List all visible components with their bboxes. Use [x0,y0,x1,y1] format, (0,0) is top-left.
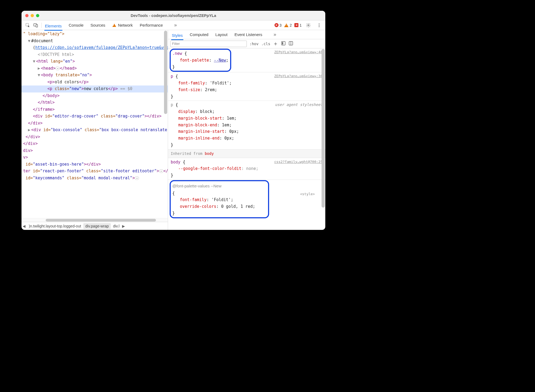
sidetab-layout[interactable]: Layout [215,31,228,38]
css-property[interactable]: override-colors [180,204,216,209]
css-property[interactable]: margin-inline-end [178,136,220,141]
close-icon[interactable] [25,14,28,17]
computed-panel-icon[interactable] [288,41,293,47]
breadcrumb-item[interactable]: div.l [111,223,122,229]
cls-toggle[interactable]: .cls [261,42,270,46]
tab-performance[interactable]: Performance [139,21,163,29]
new-rule-icon[interactable]: ＋ [273,40,278,47]
tab-elements[interactable]: Elements [44,22,62,31]
sidetab-styles[interactable]: Styles [171,31,183,40]
css-property[interactable]: display [178,109,195,114]
flexbox-editor-icon[interactable] [281,41,286,47]
dom-breadcrumbs[interactable]: ◀ )n.twilight.layout-top.logged-out div.… [22,222,168,230]
css-property[interactable]: margin-block-end [178,123,217,127]
at-rule-title[interactable]: @font-palette-values --New [172,182,266,190]
css-property[interactable]: font-palette [180,58,209,63]
tab-console[interactable]: Console [68,21,84,29]
dom-doctype[interactable]: <!DOCTYPE html> [38,52,74,57]
css-property[interactable]: font-family [180,197,206,202]
dom-tag[interactable]: <div [33,114,45,119]
css-value[interactable]: : 'Foldit'; [206,197,233,202]
device-toggle-icon[interactable] [33,22,39,28]
style-rule[interactable]: user agent stylesheet p { display: block… [168,101,325,149]
css-value[interactable]: : 1em; [217,123,232,127]
more-sidetabs-icon[interactable]: » [274,32,276,37]
styles-rules[interactable]: ZEPpYLa?ano…ue&view=:40 .new { font-pale… [168,48,325,230]
issues-counter[interactable]: ✕1 [294,23,302,27]
tab-sources[interactable]: Sources [90,21,106,29]
css-value[interactable]: : 1em; [222,116,237,121]
scrollbar-vertical[interactable] [164,31,167,114]
style-rule[interactable]: ZEPpYLa?ano…ue&view=:40 .new { font-pale… [168,48,325,72]
css-property[interactable]: --google-font-color-foldit [178,166,241,171]
kebab-menu-icon[interactable] [316,22,322,28]
dom-tag[interactable]: id= [23,162,33,167]
dom-tag[interactable]: ter [23,169,33,173]
sidetab-computed[interactable]: Computed [189,31,209,38]
css-value[interactable]: : block; [195,109,215,114]
inspect-element-icon[interactable] [25,22,31,28]
css-property[interactable]: margin-inline-start [178,129,224,134]
dom-tag[interactable]: <head> [41,66,55,71]
dom-tag[interactable]: </html> [38,100,55,105]
breadcrumb-item[interactable]: )n.twilight.layout-top.logged-out [27,223,83,229]
dom-tag[interactable]: </div> [28,121,42,126]
sidetab-event-listeners[interactable]: Event Listeners [234,31,263,38]
css-value[interactable]: : 2rem; [200,87,217,92]
css-value[interactable]: : 0 gold, 1 red; [216,204,255,209]
dom-tag[interactable]: </body> [42,93,59,98]
selector[interactable]: body [171,160,180,165]
css-property[interactable]: font-size [178,87,200,92]
breadcrumb-scroll-left[interactable]: ◀ [23,224,26,228]
more-tabs-icon[interactable]: » [174,22,177,28]
selector[interactable]: p [171,74,173,79]
css-value[interactable]: : none; [241,166,258,171]
css-value-link[interactable]: --New [214,58,226,63]
settings-icon[interactable] [305,22,311,28]
iframe-src-link[interactable]: https://cdpn.io/sofiayem/fullpage/ZEPpYL… [35,45,168,50]
zoom-icon[interactable] [36,14,39,17]
selected-dom-node[interactable]: <p class="new">new colors</p> == $0 [22,85,168,92]
selector[interactable]: p [171,102,173,107]
css-property[interactable]: margin-block-start [178,116,222,121]
style-rule[interactable]: ZEPpYLa?ano…ue&view=:30 p { font-family:… [168,72,325,101]
dom-tag[interactable]: <div [31,127,43,132]
ellipsis-icon[interactable]: ⋯ [55,67,60,70]
hov-toggle[interactable]: :hov [249,42,259,46]
styles-filter-input[interactable]: Filter [170,41,247,47]
selector[interactable]: .new [172,51,182,56]
dom-tag[interactable]: </div> [26,134,40,139]
dom-node[interactable]: " loading="lazy"> [23,31,65,36]
window-titlebar: DevTools - codepen.io/sofiayem/pen/ZEPpY… [22,11,325,20]
dom-tag[interactable]: </div> [23,141,38,146]
dom-tag[interactable]: id= [23,176,33,180]
dom-tag[interactable]: div> [23,148,33,153]
scrollbar-vertical[interactable] [322,49,325,208]
ellipsis-icon[interactable]: ⋯ [135,176,139,180]
ellipsis-icon[interactable]: ⋯ [159,169,163,173]
error-counter[interactable]: ✕3 [274,23,282,27]
breadcrumb-scroll-right[interactable]: ▶ [122,224,125,228]
warning-counter[interactable]: !2 [284,23,292,27]
rule-source-link[interactable]: css2?family…wght@700:25 [274,159,323,165]
rule-source-link[interactable]: <style> [300,191,315,197]
style-rule[interactable]: css2?family…wght@700:25 body { --google-… [168,158,325,180]
minimize-icon[interactable] [31,14,34,17]
rule-source-link[interactable]: ZEPpYLa?ano…ue&view=:30 [274,73,323,79]
dom-tag[interactable]: v> [23,155,28,160]
scrollbar-horizontal[interactable] [22,218,168,222]
breadcrumb-item[interactable]: div.page-wrap [83,223,111,229]
css-value[interactable]: : 0px; [220,136,234,141]
dom-node[interactable]: #document [31,38,53,43]
rule-source-link[interactable]: ZEPpYLa?ano…ue&view=:40 [274,49,323,55]
dom-tag[interactable]: <p> [47,80,55,84]
dom-tag[interactable]: <body [41,73,55,77]
css-property[interactable]: font-family [178,81,205,85]
dom-tag[interactable]: </iframe> [33,107,55,112]
style-rule[interactable]: @font-palette-values --New <style> { fon… [168,180,325,219]
tab-network[interactable]: ! Network [112,21,133,29]
dom-tag[interactable]: <html [36,59,51,64]
dom-tree[interactable]: " loading="lazy"> ▼#document (https://cd… [22,30,168,218]
css-value[interactable]: : 'Foldit'; [205,81,231,85]
css-value[interactable]: : 0px; [224,129,239,134]
